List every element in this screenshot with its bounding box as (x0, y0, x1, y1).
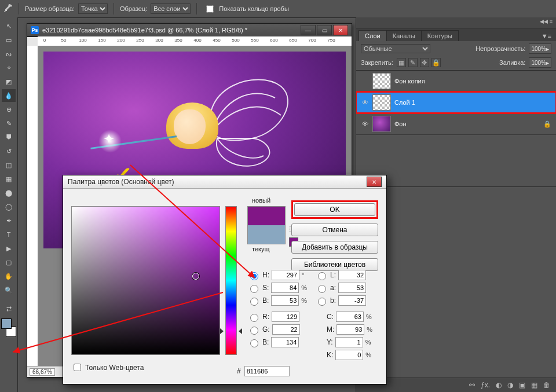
group-icon[interactable]: ▣ (519, 381, 525, 389)
radio-s[interactable] (250, 285, 258, 293)
zoom-value[interactable]: 66,67% (30, 368, 55, 376)
swap-colors-icon[interactable]: ⇄ (2, 302, 16, 315)
sample-label: Образец: (120, 5, 147, 12)
eraser-tool-icon[interactable]: ◫ (2, 159, 16, 171)
new-layer-icon[interactable]: ▦ (531, 381, 537, 389)
blend-mode-select[interactable]: Обычные (361, 44, 430, 53)
layer-options: Обычные Непрозрачность: 100% ▸ Закрепить… (356, 41, 556, 71)
pen-tool-icon[interactable]: ✒ (2, 214, 16, 227)
foreground-swatch[interactable] (1, 318, 12, 329)
opacity-field[interactable]: 100% ▸ (529, 43, 551, 54)
show-ring-checkbox[interactable] (206, 5, 214, 13)
wand-tool-icon[interactable]: ✧ (2, 61, 16, 74)
dodge-tool-icon[interactable]: ◯ (2, 200, 16, 213)
field-a[interactable] (338, 283, 366, 293)
sv-marker[interactable] (192, 273, 199, 280)
eyedropper-tool-icon[interactable]: 💧 (2, 89, 16, 102)
trash-icon[interactable]: 🗑 (543, 381, 550, 389)
radio-bb[interactable] (318, 298, 326, 306)
sample-size-select[interactable]: Точка (78, 3, 108, 14)
show-ring-label: Показать кольцо пробы (219, 5, 289, 12)
field-bv[interactable] (271, 295, 299, 306)
tab-channels[interactable]: Каналы (386, 30, 422, 41)
layer-row[interactable]: 👁 Фон 🔒 (356, 113, 556, 135)
type-tool-icon[interactable]: T (2, 228, 16, 241)
web-only-checkbox-row: Только Web-цвета (71, 362, 144, 373)
dialog-close-icon[interactable]: ✕ (367, 177, 382, 187)
history-brush-icon[interactable]: ↺ (2, 145, 16, 157)
web-only-checkbox[interactable] (74, 364, 81, 371)
lasso-tool-icon[interactable]: ᔓ (2, 47, 16, 60)
layer-row-selected[interactable]: 👁 Слой 1 (356, 92, 556, 113)
ok-button[interactable]: OK (294, 203, 375, 216)
field-bl[interactable] (271, 337, 299, 347)
mask-icon[interactable]: ◐ (496, 381, 502, 389)
field-l[interactable] (338, 270, 366, 280)
adjustment-icon[interactable]: ◑ (507, 381, 513, 389)
field-r[interactable] (272, 312, 299, 322)
shape-tool-icon[interactable]: ▢ (2, 256, 16, 269)
gradient-tool-icon[interactable]: ▦ (2, 173, 16, 185)
field-g[interactable] (272, 324, 300, 335)
field-s[interactable] (271, 283, 299, 293)
lock-label: Закрепить: (361, 59, 393, 66)
visibility-icon[interactable]: 👁 (361, 120, 369, 128)
move-tool-icon[interactable]: ↖ (2, 20, 16, 32)
color-swatches[interactable] (1, 318, 16, 337)
marquee-tool-icon[interactable]: ▭ (2, 34, 16, 46)
heal-tool-icon[interactable]: ⊕ (2, 103, 16, 116)
field-h[interactable] (272, 270, 299, 280)
radio-a[interactable] (318, 285, 326, 293)
add-swatch-button[interactable]: Добавить в образцы (291, 241, 378, 254)
field-m[interactable] (336, 324, 364, 335)
fill-field[interactable]: 100% ▸ (529, 57, 551, 68)
current-color-swatch[interactable] (248, 225, 285, 244)
panel-tabs: Слои Каналы Контуры ▼≡ (356, 28, 556, 41)
field-hex[interactable] (244, 366, 290, 376)
close-button[interactable]: ✕ (333, 25, 348, 35)
field-c[interactable] (336, 312, 364, 322)
link-layers-icon[interactable]: ⚯ (469, 381, 475, 389)
saturation-value-box[interactable] (71, 206, 220, 355)
dialog-titlebar[interactable]: Палитра цветов (Основной цвет) ✕ (63, 175, 386, 189)
panel-collapse-bar[interactable]: ◀◀ ≡ (356, 17, 556, 28)
lock-paint-icon[interactable]: ✎ (408, 58, 418, 67)
radio-l[interactable] (318, 272, 326, 280)
tab-paths[interactable]: Контуры (421, 30, 459, 41)
visibility-icon[interactable] (361, 77, 369, 85)
hue-marker[interactable] (222, 328, 240, 334)
minimize-button[interactable]: — (301, 25, 316, 35)
lock-transparent-icon[interactable]: ▦ (397, 58, 406, 67)
field-b[interactable] (338, 295, 366, 306)
lock-all-icon[interactable]: 🔒 (431, 58, 441, 67)
field-y[interactable] (335, 337, 363, 347)
radio-h[interactable] (250, 272, 258, 280)
stamp-tool-icon[interactable]: ⛊ (2, 131, 16, 144)
tab-layers[interactable]: Слои (359, 30, 387, 41)
lock-icon: 🔒 (543, 120, 551, 128)
ok-highlight: OK (291, 200, 378, 219)
visibility-icon[interactable]: 👁 (361, 98, 369, 107)
path-select-icon[interactable]: ▶ (2, 242, 16, 255)
blur-tool-icon[interactable]: ⬤ (2, 186, 16, 199)
crop-tool-icon[interactable]: ◩ (2, 75, 16, 88)
radio-b[interactable] (250, 298, 258, 306)
document-titlebar[interactable]: Ps e3210291db7caae998bd548e5b91e7f3.psd … (27, 24, 352, 37)
layer-thumb (372, 73, 391, 89)
cancel-button[interactable]: Отмена (291, 224, 378, 236)
sample-select[interactable]: Все слои (151, 3, 191, 14)
radio-r[interactable] (250, 314, 258, 322)
radio-bl[interactable] (250, 339, 258, 347)
brush-tool-icon[interactable]: ✎ (2, 117, 16, 130)
libraries-button[interactable]: Библиотеки цветов (291, 258, 378, 271)
hand-tool-icon[interactable]: ✋ (2, 270, 16, 283)
radio-g[interactable] (250, 327, 258, 335)
field-k[interactable] (335, 350, 363, 360)
fx-icon[interactable]: ƒx. (481, 381, 490, 389)
layer-row[interactable]: Фон копия (356, 71, 556, 92)
maximize-button[interactable]: ▭ (317, 25, 332, 35)
panel-menu-icon[interactable]: ▼≡ (537, 31, 556, 41)
zoom-tool-icon[interactable]: 🔍 (2, 284, 16, 296)
lock-move-icon[interactable]: ✥ (420, 58, 429, 67)
hue-slider[interactable] (225, 206, 237, 355)
